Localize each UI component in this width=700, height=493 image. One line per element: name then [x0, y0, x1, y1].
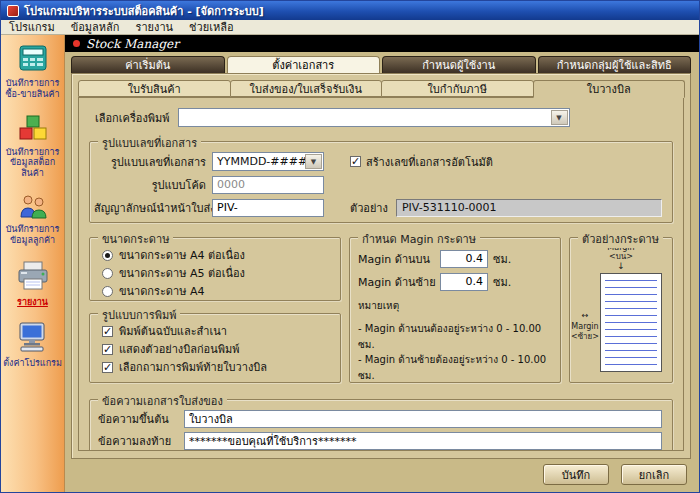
docnum-format-group: รูปแบบเลขที่เอกสาร รูปแบบเลขที่เอกสาร YY…	[89, 141, 673, 223]
note-line: - Magin ด้านบนต้องอยู่ระหว่าง 0 - 10.00 …	[358, 321, 552, 352]
menu-master-data[interactable]: ข้อมูลหลัก	[71, 18, 120, 36]
radio-icon	[102, 286, 113, 297]
paper-preview-title: ตัวอย่างกระดาษ	[578, 230, 663, 248]
register-icon	[17, 43, 49, 76]
tab-document-settings[interactable]: ตั้งค่าเอกสาร	[227, 56, 381, 73]
sidebar-label: บันทึกรายการข้อมูลลูกค้า	[3, 224, 62, 246]
tab-billing-note[interactable]: ใบวางบิล	[533, 80, 686, 98]
margin-group-title: กำหนด Magin กระดาษ	[358, 230, 480, 248]
app-window: โปรแกรมบริหารระบบสต็อคสินค้า - [จัดการระ…	[0, 0, 700, 493]
sidebar-item-reports[interactable]: รายงาน	[1, 252, 64, 314]
stock-manager-header: Stock Manager	[65, 35, 699, 52]
code-format-label: รูปแบบโค้ด	[94, 176, 212, 194]
sidebar-item-customer-data[interactable]: บันทึกรายการข้อมูลลูกค้า	[1, 185, 64, 252]
docnum-group-title: รูปแบบเลขที่เอกสาร	[98, 134, 201, 152]
stock-manager-title: Stock Manager	[86, 37, 179, 51]
sidebar-label: บันทึกรายการซื้อ-ขายสินค้า	[3, 78, 62, 100]
arrow-left-right-icon: ↔	[582, 311, 589, 321]
footer-text-input[interactable]	[184, 432, 662, 450]
customers-icon	[17, 193, 49, 222]
margin-left-unit: ซม.	[493, 273, 511, 291]
menu-help[interactable]: ช่วยเหลือ	[189, 18, 233, 36]
checkbox-icon	[102, 362, 113, 373]
stock-boxes-icon	[17, 114, 49, 145]
prefix-input[interactable]	[212, 199, 324, 217]
sidebar-label: บันทึกรายการข้อมูลสต็อกสินค้า	[3, 147, 62, 179]
checkbox-ask-print-after-bill[interactable]: เลือกถามการพิมพ์ท้ายใบวางบิล	[102, 358, 340, 376]
save-button[interactable]: บันทึก	[543, 464, 609, 485]
computer-icon	[16, 321, 50, 356]
radio-icon	[102, 250, 113, 261]
paper-preview	[600, 273, 662, 372]
printer-select-label: เลือกเครื่องพิมพ์	[95, 109, 170, 127]
menu-reports[interactable]: รายงาน	[136, 18, 174, 36]
radio-a4-continuous[interactable]: ขนาดกระดาษ A4 ต่อเนื่อง	[102, 246, 340, 264]
preview-left-margin-sub: <ซ้าย>	[571, 332, 599, 342]
margin-top-input[interactable]	[440, 250, 488, 268]
main-area: Stock Manager ค่าเริ่มต้น ตั้งค่าเอกสาร …	[65, 35, 699, 492]
arrow-down-icon: ↓	[570, 262, 672, 271]
margin-top-unit: ซม.	[493, 250, 511, 268]
example-label: ตัวอย่าง	[350, 199, 388, 217]
header-text-input[interactable]	[184, 410, 662, 428]
margin-settings-group: กำหนด Magin กระดาษ Magin ด้านบน ซม. Magi…	[349, 237, 561, 383]
footer-text-label: ข้อความลงท้าย	[98, 432, 184, 450]
radio-icon	[102, 268, 113, 279]
sidebar-label: รายงาน	[17, 297, 48, 308]
margin-left-label: Magin ด้านซ้าย	[358, 273, 440, 291]
docnum-format-label: รูปแบบเลขที่เอกสาร	[94, 153, 212, 171]
code-format-input	[212, 176, 324, 194]
document-messages-group: ข้อความเอกสารใบส่งของ ข้อความขึ้นต้น ข้อ…	[89, 399, 673, 451]
checkbox-preview-before-print[interactable]: แสดงตัวอย่างบิลก่อนพิมพ์	[102, 340, 340, 358]
window-title: โปรแกรมบริหารระบบสต็อคสินค้า - [จัดการระ…	[24, 2, 264, 20]
tab-users[interactable]: กำหนดผู้ใช้งาน	[382, 56, 536, 73]
messages-group-title: ข้อความเอกสารใบส่งของ	[98, 392, 227, 410]
note-line: - Magin ด้านซ้ายต้องอยู่ระหว่าง 0 - 10.0…	[358, 352, 552, 383]
printer-icon	[15, 260, 51, 295]
menu-program[interactable]: โปรแกรม	[9, 18, 55, 36]
document-tabstrip: ใบรับสินค้า ใบส่งของ/ใบเสร็จรับเงิน ใบกำ…	[78, 80, 684, 97]
footer-buttons: บันทึก ยกเลิก	[543, 464, 687, 485]
tab-delivery-receipt[interactable]: ใบส่งของ/ใบเสร็จรับเงิน	[230, 80, 383, 97]
menubar: โปรแกรม ข้อมูลหลัก รายงาน ช่วยเหลือ	[1, 20, 699, 35]
example-display: PIV-531110-0001	[396, 199, 662, 217]
preview-left-margin-label: Margin	[571, 322, 598, 332]
header-text-label: ข้อความขึ้นต้น	[98, 410, 184, 428]
checkbox-icon	[350, 156, 361, 167]
main-tabstrip: ค่าเริ่มต้น ตั้งค่าเอกสาร กำหนดผู้ใช้งาน…	[71, 56, 691, 73]
note-title: หมายเหตุ	[358, 298, 552, 313]
tab-tax-invoice[interactable]: ใบกำกับภาษี	[381, 80, 534, 97]
document-settings-panel: ใบรับสินค้า ใบส่งของ/ใบเสร็จรับเงิน ใบกำ…	[71, 73, 691, 459]
checkbox-print-original-copy[interactable]: พิมพ์ต้นฉบับและสำเนา	[102, 322, 340, 340]
app-icon	[7, 5, 19, 17]
radio-a4[interactable]: ขนาดกระดาษ A4	[102, 282, 340, 300]
tab-user-groups[interactable]: กำหนดกลุ่มผู้ใช้และสิทธิ	[538, 56, 692, 73]
print-format-group: รูปแบบการพิมพ์ พิมพ์ต้นฉบับและสำเนา แสดง…	[89, 313, 341, 383]
paper-size-group: ขนาดกระดาษ ขนาดกระดาษ A4 ต่อเนื่อง ขนาดก…	[89, 237, 341, 301]
red-dot-icon	[73, 40, 80, 47]
auto-number-checkbox[interactable]: สร้างเลขที่เอกสารอัตโนมัติ	[350, 153, 493, 171]
sidebar-label: ตั้งค่าโปรแกรม	[3, 358, 62, 369]
cancel-button[interactable]: ยกเลิก	[621, 464, 687, 485]
sidebar-item-sales-entry[interactable]: บันทึกรายการซื้อ-ขายสินค้า	[1, 35, 64, 106]
paper-size-title: ขนาดกระดาษ	[98, 230, 173, 248]
margin-left-input[interactable]	[440, 273, 488, 291]
tab-goods-receipt[interactable]: ใบรับสินค้า	[78, 80, 231, 97]
sidebar-item-program-settings[interactable]: ตั้งค่าโปรแกรม	[1, 313, 64, 375]
paper-lines	[605, 280, 657, 365]
radio-a5-continuous[interactable]: ขนาดกระดาษ A5 ต่อเนื่อง	[102, 264, 340, 282]
print-format-title: รูปแบบการพิมพ์	[98, 306, 180, 324]
docnum-format-select[interactable]: YYMMDD-####	[212, 152, 324, 171]
sidebar: บันทึกรายการซื้อ-ขายสินค้า บันทึกรายการข…	[1, 35, 65, 492]
checkbox-icon	[102, 326, 113, 337]
paper-preview-group: ตัวอย่างกระดาษ Margin <บน> ↓ ↔ Margin <ซ…	[569, 237, 673, 383]
checkbox-icon	[102, 344, 113, 355]
tab-defaults[interactable]: ค่าเริ่มต้น	[71, 56, 225, 73]
printer-select[interactable]	[178, 108, 570, 127]
margin-top-label: Magin ด้านบน	[358, 250, 440, 268]
sidebar-item-stock-data[interactable]: บันทึกรายการข้อมูลสต็อกสินค้า	[1, 106, 64, 185]
billing-note-page: เลือกเครื่องพิมพ์ รูปแบบเลขที่เอกสาร รูป…	[78, 97, 684, 451]
prefix-label: สัญญาลักษณ์นำหน้าใบส่งของ	[94, 199, 212, 217]
auto-number-label: สร้างเลขที่เอกสารอัตโนมัติ	[366, 153, 493, 171]
